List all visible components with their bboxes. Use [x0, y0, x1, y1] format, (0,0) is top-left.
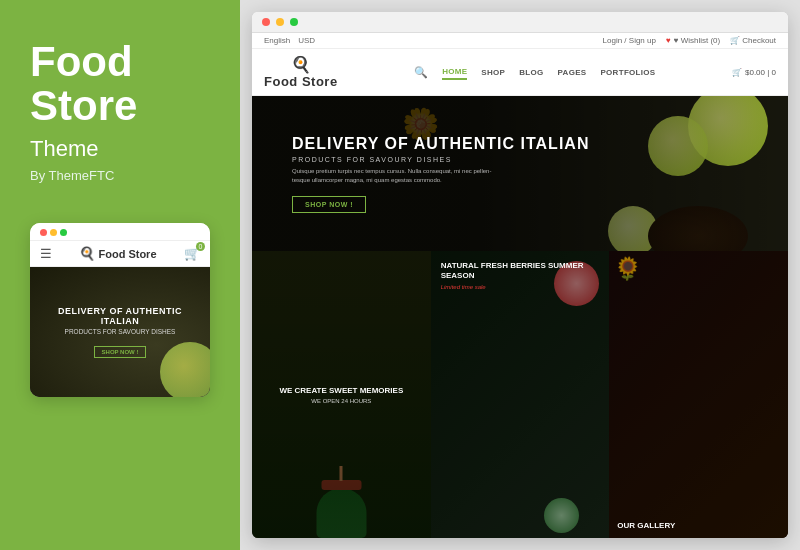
left-title: Food Store: [30, 40, 137, 128]
search-icon[interactable]: 🔍: [414, 66, 428, 79]
mobile-logo-text: Food Store: [98, 248, 156, 260]
mobile-dot-red: [40, 229, 47, 236]
browser-window: English USD Login / Sign up ♥ ♥ Wishlist…: [252, 12, 788, 538]
card-gallery-title: OUR GALLERY: [617, 521, 675, 531]
mobile-logo-area: 🍳 Food Store: [79, 246, 156, 261]
nav-blog[interactable]: BLOG: [519, 66, 543, 79]
site-nav: 🔍 HOME SHOP BLOG PAGES PORTFOLIOS: [414, 65, 655, 80]
mobile-dots: [40, 229, 67, 236]
hero-description: Quisque pretium turpis nec tempus cursus…: [292, 167, 492, 185]
hero-content: DELIVERY OF AUTHENTIC ITALIAN PRODUCTS F…: [292, 135, 589, 213]
card-sweet-memories-title: WE CREATE SWEET MEMORIES: [261, 385, 422, 395]
language-selector[interactable]: English: [264, 36, 290, 45]
login-link[interactable]: Login / Sign up: [603, 36, 656, 45]
site-header: 🍳 Food Store 🔍 HOME SHOP BLOG PAGES PORT…: [252, 49, 788, 96]
wishlist-text: ♥ Wishlist (0): [674, 36, 721, 45]
nav-portfolios[interactable]: PORTFOLIOS: [600, 66, 655, 79]
browser-dot-green: [290, 18, 298, 26]
hero-title: DELIVERY OF AUTHENTIC ITALIAN: [292, 135, 589, 153]
left-subtitle: Theme: [30, 136, 98, 162]
heart-icon: ♥: [666, 36, 671, 45]
checkout-text: Checkout: [742, 36, 776, 45]
mobile-dot-green: [60, 229, 67, 236]
mobile-hero-shop-button[interactable]: SHOP NOW !: [94, 346, 147, 358]
card-sweet-memories-subtitle: WE OPEN 24 HOURS: [261, 398, 422, 404]
mobile-cart-badge: 0: [196, 242, 205, 251]
mobile-hamburger-icon[interactable]: ☰: [40, 246, 52, 261]
mobile-dot-yellow: [50, 229, 57, 236]
card-sweet-memories: WE CREATE SWEET MEMORIES WE OPEN 24 HOUR…: [252, 251, 431, 538]
site-top-bar: English USD Login / Sign up ♥ ♥ Wishlist…: [252, 33, 788, 49]
site-cart[interactable]: 🛒 $0.00 | 0: [732, 68, 776, 77]
card-sweet-memories-content: WE CREATE SWEET MEMORIES WE OPEN 24 HOUR…: [261, 385, 422, 403]
mobile-top-bar: [30, 223, 210, 241]
site-top-left: English USD: [264, 36, 315, 45]
mobile-hero: DELIVERY OF AUTHENTIC ITALIAN PRODUCTS F…: [30, 267, 210, 397]
right-panel: English USD Login / Sign up ♥ ♥ Wishlist…: [240, 0, 800, 550]
title-line2: Store: [30, 82, 137, 129]
mobile-mockup: ☰ 🍳 Food Store 🛒 0 DELIVERY OF AUTHENTIC…: [30, 223, 210, 397]
card-fresh-berries-title: NATURAL FRESH BERRIES SUMMER SEASON: [441, 261, 610, 282]
left-panel: Food Store Theme By ThemeFTC ☰ 🍳 Food St…: [0, 0, 240, 550]
hero-shop-button[interactable]: SHOP NOW !: [292, 196, 366, 213]
browser-dot-red: [262, 18, 270, 26]
checkout-icon: 🛒: [730, 36, 740, 45]
site-hero: 🌼 DELIVERY OF AUTHENTIC ITALIAN PRODUCTS…: [252, 96, 788, 251]
title-line1: Food: [30, 38, 133, 85]
site-logo-icon: 🍳: [291, 55, 311, 74]
mobile-hero-sub: PRODUCTS FOR SAVOURY DISHES: [40, 328, 200, 335]
site-top-right: Login / Sign up ♥ ♥ Wishlist (0) 🛒 Check…: [603, 36, 776, 45]
currency-selector[interactable]: USD: [298, 36, 315, 45]
mobile-logo-icon: 🍳: [79, 246, 95, 261]
card-fresh-berries: NATURAL FRESH BERRIES SUMMER SEASON Limi…: [431, 251, 610, 538]
left-by: By ThemeFTC: [30, 168, 114, 183]
card-fresh-berries-badge: Limited time sale: [441, 284, 610, 290]
cart-icon: 🛒: [732, 68, 742, 77]
site-logo-area: 🍳 Food Store: [264, 55, 338, 89]
mobile-hero-content: DELIVERY OF AUTHENTIC ITALIAN PRODUCTS F…: [40, 306, 200, 358]
nav-pages[interactable]: PAGES: [558, 66, 587, 79]
card-fresh-berries-content: NATURAL FRESH BERRIES SUMMER SEASON Limi…: [441, 261, 610, 290]
wishlist-link[interactable]: ♥ ♥ Wishlist (0): [666, 36, 720, 45]
nav-shop[interactable]: SHOP: [481, 66, 505, 79]
mobile-cart-icon[interactable]: 🛒 0: [184, 246, 200, 261]
checkout-link[interactable]: 🛒 Checkout: [730, 36, 776, 45]
site-logo-text: Food Store: [264, 74, 338, 89]
card-gallery: 🌻 OUR GALLERY: [609, 251, 788, 538]
mobile-hero-title: DELIVERY OF AUTHENTIC ITALIAN: [40, 306, 200, 326]
mobile-nav-bar: ☰ 🍳 Food Store 🛒 0: [30, 241, 210, 267]
nav-home[interactable]: HOME: [442, 65, 467, 80]
cart-total: $0.00 | 0: [745, 68, 776, 77]
browser-chrome: [252, 12, 788, 33]
hero-subtitle: PRODUCTS FOR SAVOURY DISHES: [292, 156, 589, 163]
card-gallery-content: OUR GALLERY: [617, 521, 675, 533]
browser-dot-yellow: [276, 18, 284, 26]
site-cards: WE CREATE SWEET MEMORIES WE OPEN 24 HOUR…: [252, 251, 788, 538]
